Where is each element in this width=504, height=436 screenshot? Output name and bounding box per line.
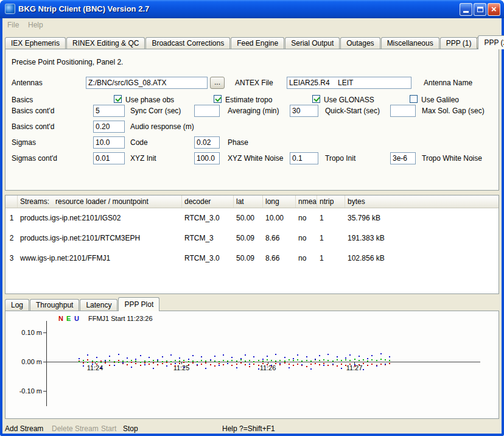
use-glonass-checkbox[interactable] <box>312 95 320 103</box>
tab-miscellaneous[interactable]: Miscellaneous <box>381 37 439 49</box>
use-galileo-checkbox[interactable] <box>410 95 418 103</box>
quick-start-input[interactable] <box>290 105 318 117</box>
streams-table: Streams: resource loader / mountpoint de… <box>5 195 499 294</box>
sigma-code-input[interactable] <box>93 136 125 149</box>
sigma-phase-input[interactable] <box>194 136 220 149</box>
averaging-input[interactable] <box>194 105 220 117</box>
use-phase-obs-checkbox[interactable] <box>114 95 122 103</box>
table-row[interactable]: 3 www.igs-ip.net:2101/FFMJ1 RTCM_3.0 50.… <box>5 248 499 269</box>
maximize-icon <box>477 7 483 12</box>
basics2-label: Basics cont'd <box>12 107 54 115</box>
cell-nmea: no <box>296 208 317 228</box>
tab-latency[interactable]: Latency <box>80 299 117 311</box>
antennas-path-input[interactable] <box>86 77 208 89</box>
cell-bytes: 102.856 kB <box>345 248 499 269</box>
tropo-white-noise-label: Tropo White Noise <box>422 154 482 163</box>
cell-mountpoint: www.igs-ip.net:2101/FFMJ1 <box>18 248 182 269</box>
cell-bytes: 35.796 kB <box>345 208 499 228</box>
add-stream-button[interactable]: Add Stream <box>5 424 43 433</box>
cell-decoder: RTCM_3.0 <box>182 208 234 228</box>
table-row[interactable]: 1 products.igs-ip.net:2101/IGS02 RTCM_3.… <box>5 208 499 228</box>
maximize-button[interactable] <box>474 3 486 16</box>
antenna-name-input[interactable] <box>287 77 411 89</box>
sigma-code-label: Code <box>130 138 148 147</box>
header-ntrip: ntrip <box>317 195 345 208</box>
cell-ntrip: 1 <box>317 248 345 269</box>
top-tab-bar: IEX Ephemeris RINEX Editing & QC Broadca… <box>5 35 475 49</box>
cell-bytes: 191.383 kB <box>345 228 499 248</box>
tab-feed-engine[interactable]: Feed Engine <box>231 37 284 49</box>
audio-response-input[interactable] <box>93 121 125 133</box>
tab-log[interactable]: Log <box>5 299 29 311</box>
cell-ntrip: 1 <box>317 228 345 248</box>
tab-throughput[interactable]: Throughput <box>30 299 79 311</box>
row-number: 1 <box>5 208 18 228</box>
cell-long: 8.66 <box>263 228 296 248</box>
tab-ppp-2[interactable]: PPP (2) <box>478 35 504 49</box>
tab-rinex-editing-qc[interactable]: RINEX Editing & QC <box>66 37 145 49</box>
header-corner <box>5 195 18 208</box>
antennas-label: Antennas <box>12 79 43 87</box>
header-nmea: nmea <box>296 195 317 208</box>
cell-mountpoint: products.igs-ip.net:2101/IGS02 <box>18 208 182 228</box>
bottom-tab-bar: Log Throughput Latency PPP Plot <box>5 297 248 311</box>
tab-serial-output[interactable]: Serial Output <box>285 37 340 49</box>
ppp-plot-panel: N E U FFMJ1 Start 11:23:26 0.10 m 0.00 m… <box>5 311 499 419</box>
window-title: BKG Ntrip Client (BNC) Version 2.7 <box>18 4 149 13</box>
header-mountpoint: Streams: resource loader / mountpoint <box>18 195 182 208</box>
tropo-init-input[interactable] <box>290 152 318 164</box>
use-phase-obs-label: Use phase obs <box>125 96 174 104</box>
antenna-name-label: Antenna Name <box>424 79 472 87</box>
tab-outages[interactable]: Outages <box>340 37 380 49</box>
use-galileo-label: Use Galileo <box>421 96 459 104</box>
app-icon <box>5 4 15 14</box>
tab-ppp-plot[interactable]: PPP Plot <box>118 297 159 311</box>
cell-nmea: no <box>296 248 317 269</box>
tab-iex-ephemeris[interactable]: IEX Ephemeris <box>5 37 66 49</box>
stop-button[interactable]: Stop <box>123 424 138 433</box>
basics3-label: Basics cont'd <box>12 122 54 131</box>
delete-stream-button[interactable]: Delete Stream <box>52 424 99 433</box>
audio-response-label: Audio response (m) <box>130 122 194 131</box>
row-number: 3 <box>5 248 18 269</box>
tropo-white-noise-input[interactable] <box>390 152 416 164</box>
close-icon: × <box>491 4 497 14</box>
header-lat: lat <box>234 195 263 208</box>
xyz-white-noise-input[interactable] <box>194 152 220 164</box>
client-area: File Help IEX Ephemeris RINEX Editing & … <box>2 18 502 434</box>
xyz-init-input[interactable] <box>93 152 125 164</box>
minimize-button[interactable] <box>460 3 472 16</box>
plot-points-layer <box>5 311 499 418</box>
averaging-label: Averaging (min) <box>228 107 279 115</box>
cell-lat: 50.09 <box>234 228 263 248</box>
table-row[interactable]: 2 products.igs-ip.net:2101/RTCM3EPH RTCM… <box>5 228 499 248</box>
help-hint-label: Help ?=Shift+F1 <box>222 424 275 433</box>
app-window: BKG Ntrip Client (BNC) Version 2.7 × Fil… <box>0 0 504 436</box>
sync-corr-input[interactable] <box>93 105 125 117</box>
close-button[interactable]: × <box>488 3 500 16</box>
start-button[interactable]: Start <box>101 424 116 433</box>
tab-ppp-1[interactable]: PPP (1) <box>440 37 478 49</box>
menu-help[interactable]: Help <box>28 21 43 29</box>
row-number: 2 <box>5 228 18 248</box>
title-bar[interactable]: BKG Ntrip Client (BNC) Version 2.7 × <box>0 0 504 18</box>
antex-browse-button[interactable]: ... <box>210 77 225 89</box>
xyz-white-noise-label: XYZ White Noise <box>228 154 283 163</box>
estimate-tropo-label: Estimate tropo <box>225 96 272 104</box>
minimize-icon <box>463 11 469 13</box>
xyz-init-label: XYZ Init <box>130 154 156 163</box>
max-sol-gap-input[interactable] <box>390 105 416 117</box>
cell-lat: 50.09 <box>234 248 263 269</box>
tab-broadcast-corrections[interactable]: Broadcast Corrections <box>145 37 230 49</box>
header-decoder: decoder <box>182 195 234 208</box>
sigma-phase-label: Phase <box>228 138 248 147</box>
cell-lat: 50.00 <box>234 208 263 228</box>
menu-file[interactable]: File <box>7 21 19 29</box>
cell-decoder: RTCM_3.0 <box>182 248 234 269</box>
ppp-panel: Precise Point Positioning, Panel 2. Ante… <box>5 49 499 191</box>
estimate-tropo-checkbox[interactable] <box>214 95 222 103</box>
use-glonass-label: Use GLONASS <box>324 96 374 104</box>
basics-label: Basics <box>12 96 33 104</box>
streams-table-header: Streams: resource loader / mountpoint de… <box>5 195 499 208</box>
quick-start-label: Quick-Start (sec) <box>325 107 380 115</box>
